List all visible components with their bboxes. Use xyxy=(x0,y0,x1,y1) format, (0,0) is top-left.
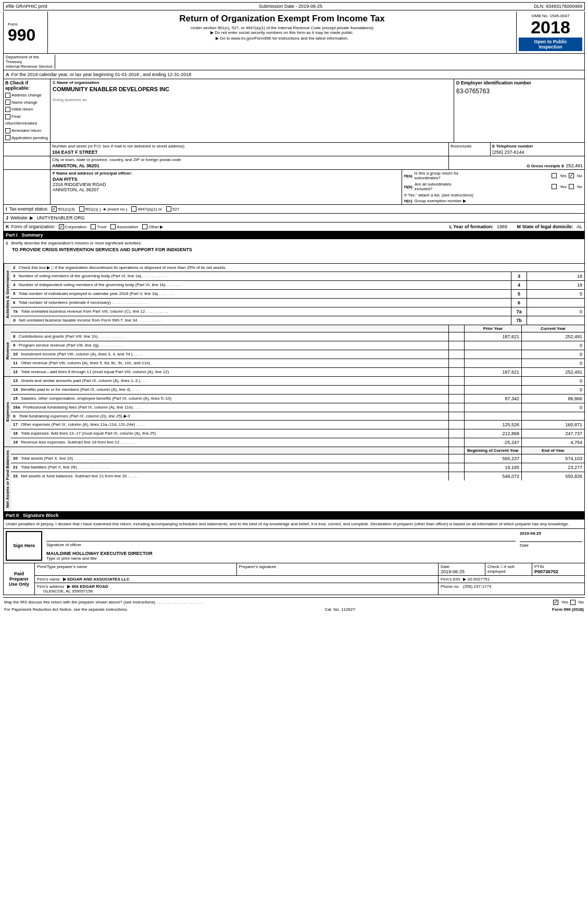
line5-desc: 5 Total number of individuals employed i… xyxy=(11,290,511,298)
firm-phone-value: (256) 237-1773 xyxy=(463,584,492,589)
line13-row: 13 Grants and similar amounts paid (Part… xyxy=(11,377,584,386)
paperwork-label: For Paperwork Reduction Act Notice, see … xyxy=(4,607,128,612)
line1-value: TO PROVIDE CRISIS INTERVENTION SERVICES … xyxy=(12,247,582,252)
section-b-label: B xyxy=(5,80,9,85)
ptin-label: PTIN xyxy=(534,564,582,569)
preparer-header-box: Paid Preparer Use Only xyxy=(4,563,35,595)
line9-prior xyxy=(465,341,522,350)
gross-block: G Gross receipts $ 252,491 xyxy=(449,156,584,169)
expenses-content: 13 Grants and similar amounts paid (Part… xyxy=(11,377,584,447)
checkbox-amended[interactable] xyxy=(5,128,10,133)
line8-num xyxy=(449,332,465,341)
net-assets-content: Beginning of Current Year End of Year 20… xyxy=(11,447,584,511)
section-b: B Check if applicable: Address change Na… xyxy=(4,79,51,142)
dept-info: Department of the Treasury Internal Reve… xyxy=(6,55,55,69)
checkbox-trust[interactable] xyxy=(91,224,96,229)
section-a-label: A xyxy=(6,72,9,77)
footer-no-label: No xyxy=(579,600,584,604)
sig-line-block: Signature of officer xyxy=(46,531,516,548)
checkbox-501c3[interactable] xyxy=(52,206,57,212)
checkbox-ha-yes[interactable] xyxy=(552,173,557,178)
line1-num: 1 xyxy=(6,241,8,245)
dept-row: Department of the Treasury Internal Reve… xyxy=(3,54,585,70)
address-row1: Number and street (or P.O. box if mail i… xyxy=(3,143,585,156)
officer-title-label: Type or print name and title xyxy=(46,556,582,561)
checkbox-hb-yes[interactable] xyxy=(552,184,557,189)
line19-row: 19 Revenue less expenses. Subtract line … xyxy=(11,438,584,447)
line11-desc: 11 Other revenue (Part VIII, column (A),… xyxy=(11,359,449,367)
line19-num xyxy=(449,438,465,447)
checkbox-ha-no[interactable] xyxy=(569,173,574,178)
line18-current: 247,737 xyxy=(522,429,584,438)
part1-label: Part I xyxy=(6,232,18,238)
line14-desc: 14 Benefits paid to or for members (Part… xyxy=(11,386,449,394)
line4-val: 18 xyxy=(527,281,584,289)
line16a-current: 0 xyxy=(522,403,584,412)
col-current-label: Current Year xyxy=(522,325,584,332)
firm-addr-block: Firm's address ▶ 606 EDGAR ROAD GLENCOE,… xyxy=(35,583,439,595)
checkbox-527[interactable] xyxy=(166,206,171,212)
line17-row: 17 Other expenses (Part IX, column (A), … xyxy=(11,421,584,429)
header-subtitle1: Under section 501(c), 527, or 4947(a)(1)… xyxy=(50,26,514,30)
checkbox-hb-no[interactable] xyxy=(569,184,574,189)
tax-status-label: Tax-exempt status: xyxy=(9,206,49,212)
preparer-row3: Firm's address ▶ 606 EDGAR ROAD GLENCOE,… xyxy=(35,583,584,595)
phone-label: E Telephone number xyxy=(492,144,583,149)
declaration-text: Under penalties of perjury, I declare th… xyxy=(6,522,582,526)
date2-label: Date xyxy=(520,543,582,548)
line11-row: 11 Other revenue (Part VIII, column (A),… xyxy=(11,359,584,368)
firm-ein-value: ▶ 20-5027751 xyxy=(463,577,490,582)
line21-desc: 21 Total liabilities (Part X, line 26) .… xyxy=(11,463,449,472)
line18-desc: 18 Total expenses. Add lines 13–17 (must… xyxy=(11,429,449,438)
principal-spacer xyxy=(4,170,51,204)
sign-here-box: Sign Here xyxy=(6,531,42,561)
line10-row: 10 Investment income (Part VIII, column … xyxy=(11,350,584,359)
checkbox-corp[interactable] xyxy=(59,224,64,229)
checkbox-name[interactable] xyxy=(5,100,10,105)
check-item-pending: Application pending xyxy=(5,134,48,142)
l-section: L Year of formation: 1969 M State of leg… xyxy=(449,224,582,229)
part2-declaration: Under penalties of perjury, I declare th… xyxy=(3,520,585,529)
checkbox-other[interactable] xyxy=(142,224,147,229)
sig-label: Signature of officer xyxy=(46,542,516,547)
footer-checkbox-yes[interactable] xyxy=(553,600,558,605)
check-item-final: Final return/terminated xyxy=(5,113,48,127)
line22-num xyxy=(449,472,465,480)
line10-prior xyxy=(465,350,522,359)
addr-street-block: Number and street (or P.O. box if mail i… xyxy=(51,143,449,156)
checkbox-4947[interactable] xyxy=(131,206,136,212)
line4-col: 4 xyxy=(511,281,527,289)
checkbox-501c-other[interactable] xyxy=(79,206,84,212)
street-value: 104 EAST F STREET xyxy=(52,150,447,155)
sig-date-value: 2019-06-25 xyxy=(520,531,582,536)
line1-header: 1 Briefly describe the organization's mi… xyxy=(6,241,582,245)
line9-current: 0 xyxy=(522,341,584,350)
checkbox-final[interactable] xyxy=(5,114,10,119)
expenses-label: Expenses xyxy=(4,377,11,447)
website-value: UNITYENABLER.ORG xyxy=(36,215,84,220)
part1-header: Part I Summary xyxy=(3,231,585,239)
col-prior-label: Prior Year xyxy=(465,325,522,332)
ein-value: 63-0765763 xyxy=(456,88,582,95)
line12-current: 252,491 xyxy=(522,368,584,376)
line14-row: 14 Benefits paid to or for members (Part… xyxy=(11,386,584,394)
line7b-col: 7b xyxy=(511,316,527,325)
line1-desc: Briefly describe the organization's miss… xyxy=(11,241,142,245)
tax-opt-527: 527 xyxy=(172,207,179,212)
checkbox-assoc[interactable] xyxy=(110,224,116,229)
k-row: K Form of organization: Corporation Trus… xyxy=(3,223,585,231)
line3-val: 18 xyxy=(527,272,584,280)
checkbox-address[interactable] xyxy=(5,93,10,98)
k-assoc: Association xyxy=(117,225,138,229)
k-other: Other ▶ xyxy=(148,225,163,229)
use-only-label: Use Only xyxy=(9,582,29,587)
firm-ein-block: Firm's EIN ▶ 20-5027751 xyxy=(439,576,584,583)
line21-row: 21 Total liabilities (Part X, line 26) .… xyxy=(11,463,584,472)
footer-checkbox-no[interactable] xyxy=(570,600,576,605)
checkbox-pending[interactable] xyxy=(5,135,10,140)
ein-label: D Employer identification number xyxy=(456,80,582,85)
line10-num xyxy=(449,350,465,359)
firm-phone-label: Phone no. xyxy=(441,584,459,589)
submission-date: Submission Date - 2019-06-25 xyxy=(259,4,322,9)
checkbox-initial[interactable] xyxy=(5,107,10,112)
